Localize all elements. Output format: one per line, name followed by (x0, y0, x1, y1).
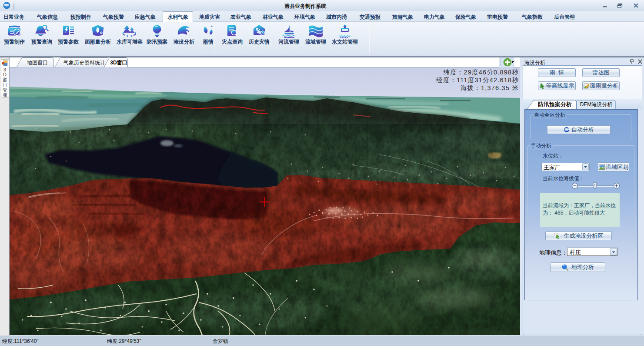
svg-text:地图窗口: 地图窗口 (27, 60, 48, 66)
svg-text:防汛预案分析: 防汛预案分析 (538, 101, 572, 107)
svg-text:DEM淹没分析: DEM淹没分析 (580, 101, 613, 107)
svg-text:气象历史资料统计: 气象历史资料统计 (63, 60, 105, 66)
svg-text:3D窗口: 3D窗口 (110, 60, 127, 66)
